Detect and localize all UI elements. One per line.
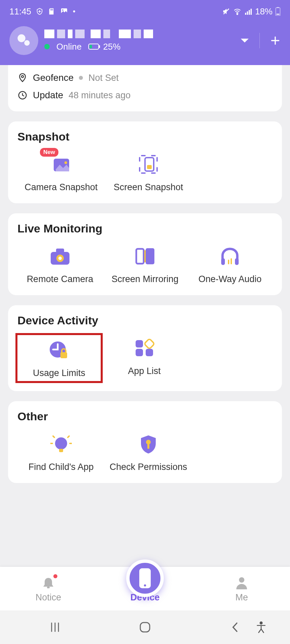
status-battery-pct: 18% [255, 6, 273, 17]
activity-title: Device Activity [17, 314, 273, 327]
svg-rect-34 [221, 258, 225, 265]
svg-rect-0 [50, 9, 51, 11]
svg-point-54 [144, 584, 146, 586]
svg-point-30 [58, 257, 62, 260]
shield-icon [36, 7, 43, 15]
profile-name-redacted [44, 30, 234, 38]
svg-rect-36 [228, 260, 229, 264]
svg-rect-10 [250, 9, 252, 15]
camera-snapshot-item[interactable]: New Camera Snapshot [17, 153, 105, 193]
screen-snapshot-icon [138, 154, 158, 174]
svg-rect-26 [147, 165, 152, 169]
wifi-icon [233, 7, 242, 15]
svg-point-44 [55, 437, 67, 449]
geofence-row[interactable]: Geofence Not Set [17, 69, 273, 87]
avatar[interactable] [9, 26, 38, 55]
mute-icon [222, 7, 230, 15]
svg-point-4 [62, 9, 63, 11]
online-label: Online [56, 42, 82, 52]
remote-camera-label: Remote Camera [27, 274, 93, 284]
new-badge: New [40, 148, 58, 157]
check-permissions-item[interactable]: Check Permissions [105, 432, 192, 472]
check-perms-label: Check Permissions [109, 462, 187, 472]
headphones-icon [219, 247, 241, 266]
svg-rect-7 [245, 13, 246, 15]
find-child-app-item[interactable]: Find Child's App [17, 432, 105, 472]
status-time: 11:45 [9, 6, 31, 17]
svg-rect-37 [231, 258, 232, 264]
app-list-label: App List [128, 366, 161, 376]
tab-notice[interactable]: Notice [0, 575, 97, 603]
more-icon: • [73, 7, 76, 16]
live-monitoring-card: Live Monitoring Remote Camera [8, 213, 282, 295]
update-label: Update [33, 90, 63, 101]
geofence-status-dot [79, 76, 83, 80]
profile-battery: 25% [103, 42, 120, 52]
svg-point-14 [17, 34, 25, 42]
app-list-item[interactable]: App List [101, 336, 188, 380]
svg-rect-51 [147, 443, 149, 449]
svg-rect-59 [140, 623, 150, 632]
camera-snapshot-label: Camera Snapshot [25, 182, 98, 193]
svg-rect-43 [146, 349, 153, 356]
signal-icon [244, 7, 252, 15]
image-icon [60, 7, 68, 15]
svg-rect-39 [60, 352, 67, 358]
info-card: Geofence Not Set Update 48 minutes ago [8, 65, 282, 111]
tab-me-label: Me [235, 592, 248, 603]
one-way-audio-item[interactable]: One-Way Audio [188, 245, 273, 284]
battery-mini-icon [88, 43, 100, 50]
svg-rect-42 [136, 349, 143, 356]
svg-rect-8 [247, 11, 248, 15]
divider [259, 33, 260, 48]
svg-rect-41 [144, 339, 154, 349]
usage-limits-item[interactable]: Usage Limits [15, 333, 103, 383]
svg-rect-33 [144, 250, 146, 262]
screen-snapshot-item[interactable]: Screen Snapshot [105, 153, 192, 193]
tab-device[interactable]: Device [97, 575, 193, 603]
screen-mirroring-item[interactable]: Screen Mirroring [102, 245, 187, 284]
profile-dropdown[interactable] [240, 38, 249, 44]
other-card: Other Find Child's App [8, 401, 282, 483]
tab-me[interactable]: Me [193, 575, 290, 603]
svg-line-49 [68, 436, 69, 437]
svg-line-63 [259, 629, 261, 633]
svg-rect-17 [99, 45, 100, 48]
svg-rect-31 [136, 249, 144, 264]
phone-icon [138, 568, 152, 589]
clock-icon [17, 90, 28, 100]
svg-rect-45 [59, 449, 63, 452]
status-bar: 11:45 • 18% [0, 0, 290, 20]
remote-camera-item[interactable]: Remote Camera [17, 245, 102, 284]
add-button[interactable] [270, 35, 281, 46]
home-button[interactable] [125, 621, 165, 633]
bell-icon [41, 576, 55, 590]
svg-point-15 [24, 40, 30, 46]
svg-point-55 [239, 577, 244, 583]
svg-rect-35 [235, 258, 239, 265]
device-fab[interactable] [126, 559, 164, 597]
svg-rect-32 [146, 248, 154, 264]
svg-rect-52 [47, 587, 50, 588]
snapshot-title: Snapshot [17, 130, 273, 143]
live-title: Live Monitoring [17, 222, 273, 235]
screen-mirroring-icon [134, 247, 156, 266]
usage-limits-icon [48, 340, 70, 360]
android-navbar [0, 610, 290, 644]
svg-rect-40 [136, 340, 143, 347]
svg-rect-13 [277, 14, 280, 15]
svg-point-60 [260, 622, 262, 624]
battery-icon [275, 7, 281, 16]
usage-limits-label: Usage Limits [33, 368, 85, 378]
update-value: 48 minutes ago [68, 90, 131, 101]
accessibility-button[interactable] [241, 621, 281, 633]
svg-rect-1 [51, 9, 52, 11]
lightbulb-icon [50, 434, 72, 454]
other-title: Other [17, 410, 273, 423]
sd-card-icon [48, 7, 55, 15]
svg-rect-28 [56, 249, 64, 253]
shield-key-icon [139, 434, 158, 454]
recents-button[interactable] [35, 622, 75, 633]
update-row[interactable]: Update 48 minutes ago [17, 87, 273, 104]
screen-mirroring-label: Screen Mirroring [111, 274, 179, 284]
